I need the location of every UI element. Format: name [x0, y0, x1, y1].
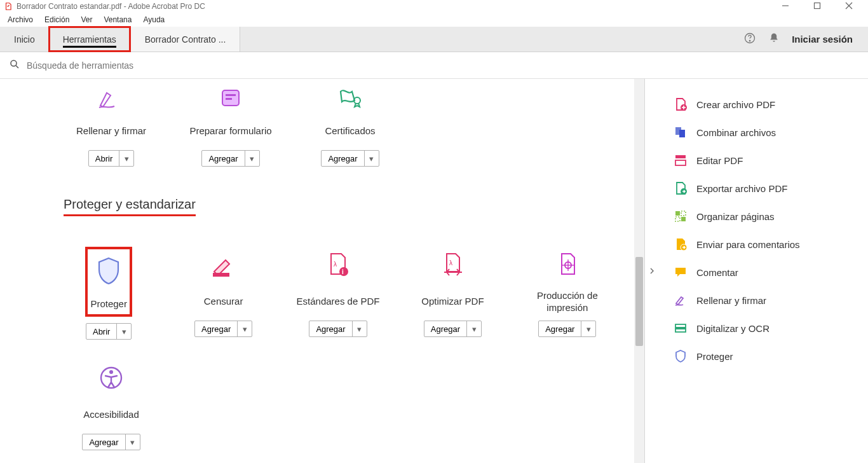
scrollbar-thumb[interactable]	[635, 257, 643, 346]
shortcut-edit-pdf[interactable]: Editar PDF	[670, 146, 862, 174]
tool-prepare-form[interactable]: Preparar formulario Agregar ▾	[177, 79, 285, 176]
menu-window[interactable]: Ventana	[98, 14, 137, 25]
fill-sign-icon	[93, 84, 129, 112]
tool-print-production[interactable]: Producción de impresión Agregar ▾	[516, 242, 619, 349]
chevron-down-icon[interactable]: ▾	[581, 321, 595, 336]
svg-point-14	[339, 267, 348, 276]
svg-text:λ: λ	[334, 261, 337, 268]
section-label: Proteger y estandarizar	[64, 197, 196, 216]
open-label: Abrir	[86, 324, 117, 339]
shortcut-scan-ocr[interactable]: Digitalizar y OCR	[670, 314, 862, 342]
svg-rect-9	[226, 94, 236, 96]
export-pdf-icon	[674, 181, 688, 195]
chevron-down-icon[interactable]: ▾	[353, 321, 367, 336]
tools-row: Accesibilidad Agregar ▾	[57, 355, 619, 459]
shortcut-label: Comentar	[696, 267, 738, 278]
open-label: Abrir	[89, 151, 119, 166]
tool-add-button[interactable]: Agregar ▾	[321, 150, 379, 167]
close-button[interactable]	[840, 2, 858, 11]
tab-file[interactable]: Borrador Contrato ...	[130, 27, 241, 52]
tool-add-button[interactable]: Agregar ▾	[538, 321, 596, 337]
svg-rect-1	[815, 3, 820, 8]
svg-text:i: i	[342, 268, 344, 275]
chevron-down-icon[interactable]: ▾	[467, 321, 481, 336]
tools-row: Proteger Abrir ▾ Censurar Agregar ▾	[57, 242, 619, 349]
maximize-button[interactable]	[808, 2, 826, 11]
tool-add-button[interactable]: Agregar ▾	[194, 321, 252, 337]
tool-fill-sign[interactable]: Rellenar y firmar Abrir ▾	[57, 79, 165, 176]
svg-rect-35	[675, 327, 686, 329]
tool-accessibility[interactable]: Accesibilidad Agregar ▾	[57, 355, 165, 459]
svg-rect-10	[226, 98, 232, 100]
svg-point-5	[749, 40, 750, 41]
bell-icon[interactable]	[768, 32, 780, 47]
shortcut-export-pdf[interactable]: Exportar archivo PDF	[670, 174, 862, 202]
workspace: Rellenar y firmar Abrir ▾ Preparar formu…	[0, 79, 868, 463]
shortcut-label: Combinar archivos	[696, 127, 776, 138]
menu-edit[interactable]: Edición	[39, 14, 74, 25]
minimize-button[interactable]	[776, 2, 794, 11]
tool-add-button[interactable]: Agregar ▾	[424, 321, 482, 337]
tool-add-button[interactable]: Agregar ▾	[201, 150, 259, 167]
certificates-icon	[332, 84, 368, 112]
tool-add-button[interactable]: Agregar ▾	[309, 321, 367, 337]
svg-line-7	[16, 66, 18, 68]
shortcut-organize[interactable]: Organizar páginas	[670, 202, 862, 230]
accessibility-icon	[93, 360, 129, 396]
tab-file-label: Borrador Contrato ...	[145, 34, 226, 45]
shortcut-combine[interactable]: Combinar archivos	[670, 118, 862, 146]
shortcut-send-comments[interactable]: Enviar para comentarios	[670, 230, 862, 258]
section-protect-standardize: Proteger y estandarizar	[64, 197, 619, 228]
sign-in-link[interactable]: Iniciar sesión	[792, 34, 853, 45]
collapse-rail[interactable]	[644, 79, 658, 463]
tools-area: Rellenar y firmar Abrir ▾ Preparar formu…	[0, 79, 644, 463]
chevron-down-icon[interactable]: ▾	[119, 151, 133, 166]
tool-label: Producción de impresión	[516, 289, 619, 314]
menu-file[interactable]: Archivo	[3, 14, 38, 25]
tabbar: Inicio Herramientas Borrador Contrato ..…	[0, 27, 868, 52]
svg-text:λ: λ	[449, 259, 452, 266]
tool-label: Certificados	[325, 118, 375, 144]
chevron-down-icon[interactable]: ▾	[245, 151, 259, 166]
chevron-down-icon[interactable]: ▾	[126, 434, 140, 450]
tool-protect[interactable]: Proteger Abrir ▾	[57, 242, 160, 349]
shortcut-label: Digitalizar y OCR	[696, 323, 770, 334]
tool-pdf-standards[interactable]: λi Estándares de PDF Agregar ▾	[287, 242, 390, 349]
svg-rect-26	[675, 155, 686, 158]
organize-icon	[674, 209, 688, 223]
search-icon	[9, 59, 20, 73]
combine-icon	[674, 125, 688, 139]
scrollbar[interactable]	[634, 79, 644, 463]
tool-open-button[interactable]: Abrir ▾	[88, 150, 134, 167]
scan-ocr-icon	[674, 321, 688, 335]
chevron-down-icon[interactable]: ▾	[117, 324, 131, 339]
shortcut-create-pdf[interactable]: Crear archivo PDF	[670, 90, 862, 118]
help-icon[interactable]	[743, 32, 756, 47]
menubar: Archivo Edición Ver Ventana Ayuda	[0, 13, 868, 27]
censor-icon	[206, 247, 241, 282]
chevron-down-icon[interactable]: ▾	[365, 151, 379, 166]
add-label: Agregar	[83, 434, 125, 450]
tool-label: Accesibilidad	[83, 402, 139, 427]
chevron-down-icon[interactable]: ▾	[238, 321, 252, 336]
fill-sign-icon	[674, 293, 688, 307]
add-label: Agregar	[195, 321, 238, 336]
acrobat-icon	[4, 2, 13, 11]
menu-help[interactable]: Ayuda	[138, 14, 170, 25]
tool-open-button[interactable]: Abrir ▾	[86, 323, 132, 340]
tool-label: Rellenar y firmar	[76, 118, 146, 144]
tool-add-button[interactable]: Agregar ▾	[82, 434, 140, 450]
tab-tools[interactable]: Herramientas	[49, 27, 130, 52]
tool-certificates[interactable]: Certificados Agregar ▾	[296, 79, 404, 176]
tool-optimize-pdf[interactable]: λ Optimizar PDF Agregar ▾	[401, 242, 504, 349]
tool-censor[interactable]: Censurar Agregar ▾	[172, 242, 275, 349]
svg-rect-12	[213, 273, 229, 277]
menu-view[interactable]: Ver	[76, 14, 97, 25]
shortcut-comment[interactable]: Comentar	[670, 258, 862, 286]
search-input[interactable]	[27, 60, 281, 71]
shortcut-protect[interactable]: Proteger	[670, 342, 862, 370]
shortcut-fill-sign[interactable]: Rellenar y firmar	[670, 286, 862, 314]
tab-tools-label: Herramientas	[63, 34, 116, 45]
svg-rect-29	[675, 211, 680, 216]
tab-home[interactable]: Inicio	[0, 27, 49, 52]
